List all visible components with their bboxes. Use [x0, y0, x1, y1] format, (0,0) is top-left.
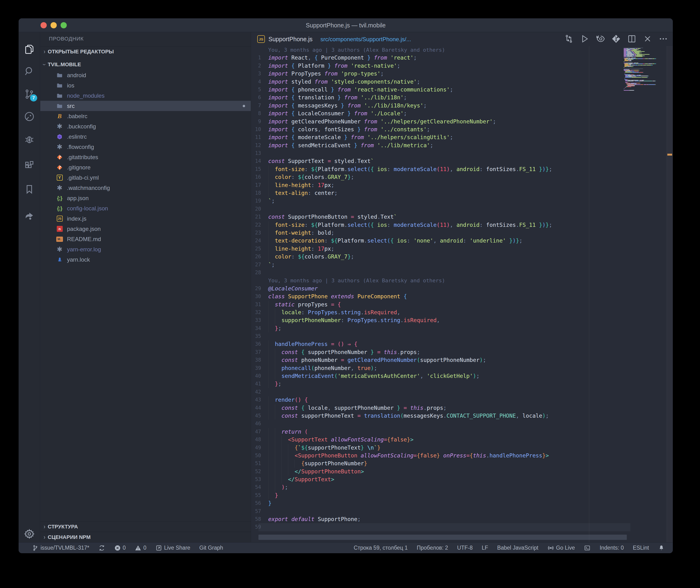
file-item-.gitignore[interactable]: .gitignore [40, 162, 251, 172]
section-npm-scripts[interactable]: › СЦЕНАРИИ NPM [40, 532, 251, 542]
code-line-33[interactable]: 33 supportPhoneNumber: PropTypes.string.… [251, 316, 673, 324]
source-control-icon[interactable]: 7 [19, 86, 40, 102]
code-line-47[interactable]: 47 return ( [251, 428, 673, 436]
code-line-12[interactable]: 12import { sendMetricaEvent } from '../l… [251, 142, 673, 149]
code-line-1[interactable]: 1import React, { PureComponent } from 'r… [251, 54, 673, 62]
code-line-8[interactable]: 8import { LocaleConsumer } from './Local… [251, 110, 673, 117]
file-item-.buckconfig[interactable]: ✱.buckconfig [40, 121, 251, 132]
code-line-50[interactable]: 50 <SupportPhoneButton allowFontScaling=… [251, 452, 673, 460]
bookmark-icon[interactable] [19, 181, 40, 198]
file-item-.gitlab-ci.yml[interactable]: Y.gitlab-ci.yml [40, 172, 251, 183]
file-item-.flowconfig[interactable]: ✱.flowconfig [40, 142, 251, 152]
code-line-24[interactable]: 24 text-decoration: ${Platform.select({ … [251, 237, 673, 245]
search-icon[interactable] [19, 63, 40, 80]
file-item-yarn.lock[interactable]: yarn.lock [40, 254, 251, 265]
code-line-9[interactable]: 9import getClearedPhoneNumber from '../h… [251, 118, 673, 126]
horizontal-scrollbar[interactable] [258, 535, 627, 540]
vertical-scrollbar[interactable] [667, 46, 673, 542]
file-item-index.js[interactable]: JSindex.js [40, 213, 251, 224]
code-line-16[interactable]: 16 color: ${colors.GRAY_7}; [251, 173, 673, 181]
blame-annotation-row[interactable]: You, 3 months ago | 3 authors (Alex Bare… [251, 46, 673, 54]
code-line-19[interactable]: 19`; [251, 197, 673, 205]
code-line-55[interactable]: 55 } [251, 492, 673, 499]
status-right-indents-0[interactable]: Indents: 0 [600, 545, 624, 551]
breadcrumb[interactable]: src/components/SupportPhone.js/... [320, 32, 411, 46]
code-line-58[interactable]: 58export default SupportPhone; [251, 515, 673, 523]
section-outline[interactable]: › СТРУКТУРА [40, 521, 251, 532]
code-line-34[interactable]: 34 }; [251, 324, 673, 332]
file-item-ios[interactable]: ios [40, 80, 251, 91]
code-line-27[interactable]: 27`; [251, 261, 673, 269]
tab-filename[interactable]: SupportPhone.js [268, 32, 312, 46]
code-line-5[interactable]: 5import { phonecall } from 'react-native… [251, 86, 673, 94]
extensions-icon[interactable] [19, 157, 40, 174]
file-item-.watchmanconfig[interactable]: ✱.watchmanconfig [40, 183, 251, 193]
code-line-14[interactable]: 14const SupportText = styled.Text` [251, 157, 673, 165]
code-line-38[interactable]: 38 const phoneNumber = getClearedPhoneNu… [251, 356, 673, 364]
compare-changes-icon[interactable] [564, 34, 574, 45]
open-changes-icon[interactable] [596, 34, 605, 45]
run-icon[interactable] [580, 34, 589, 45]
file-item-package.json[interactable]: npackage.json [40, 224, 251, 234]
code-line-6[interactable]: 6import { translation } from '../lib/i18… [251, 94, 673, 101]
code-line-40[interactable]: 40 sendMetricaEvent('metricaEventsAuthCe… [251, 372, 673, 380]
file-item-src[interactable]: src [40, 101, 251, 111]
status-left-0[interactable]: 0 [114, 545, 126, 551]
code-line-22[interactable]: 22 font-size: ${Platform.select({ ios: m… [251, 221, 673, 229]
file-item-yarn-error.log[interactable]: ✱yarn-error.log [40, 244, 251, 254]
code-line-18[interactable]: 18 text-align: center; [251, 189, 673, 197]
code-line-56[interactable]: 56} [251, 499, 673, 507]
code-line-45[interactable]: 45 const supportPhoneText = translation(… [251, 412, 673, 420]
code-line-11[interactable]: 11import { moderateScale } from '../help… [251, 133, 673, 141]
code-line-44[interactable]: 44 const { locale, supportPhoneNumber } … [251, 404, 673, 412]
compass-icon[interactable] [19, 108, 40, 125]
code-line-36[interactable]: 36 handlePhonePress = () ⇒ { [251, 340, 673, 348]
code-line-42[interactable]: 42 [251, 388, 673, 396]
code-line-10[interactable]: 10import { colors, fontSizes } from '../… [251, 126, 673, 133]
status-left-issue-tvlmbl-317-[interactable]: issue/TVLMBL-317* [32, 545, 89, 551]
status-right-babel-javascript[interactable]: Babel JavaScript [497, 545, 538, 551]
code-line-52[interactable]: 52 </SupportPhoneButton> [251, 468, 673, 476]
file-item-.eslintrc[interactable]: .eslintrc [40, 132, 251, 142]
blame-annotation-row[interactable]: You, 3 months ago | 3 authors (Alex Bare… [251, 277, 673, 284]
code-line-53[interactable]: 53 </SupportText> [251, 476, 673, 483]
status-right-строка-59-столбец-1[interactable]: Строка 59, столбец 1 [354, 545, 408, 551]
file-item-.babelrc[interactable]: B.babelrc [40, 111, 251, 121]
code-line-20[interactable]: 20 [251, 205, 673, 213]
file-item-android[interactable]: android [40, 70, 251, 80]
section-open-editors[interactable]: › ОТКРЫТЫЕ РЕДАКТОРЫ [40, 46, 251, 57]
code-line-41[interactable]: 41 }; [251, 380, 673, 388]
code-line-15[interactable]: 15 font-size: ${Platform.select({ ios: m… [251, 165, 673, 173]
file-item-app.json[interactable]: {;}app.json [40, 193, 251, 203]
code-line-43[interactable]: 43 render() { [251, 396, 673, 404]
code-line-31[interactable]: 31 static propTypes = { [251, 301, 673, 309]
more-actions-icon[interactable] [659, 34, 668, 45]
code-line-23[interactable]: 23 font-weight: bold; [251, 229, 673, 237]
code-line-25[interactable]: 25 line-height: 17px; [251, 245, 673, 253]
code-line-54[interactable]: 54 ); [251, 483, 673, 491]
file-item-config-local.json[interactable]: {;}config-local.json [40, 203, 251, 213]
status-left-git-graph[interactable]: Git Graph [199, 545, 223, 551]
split-editor-icon[interactable] [627, 34, 637, 45]
code-line-2[interactable]: 2import { Platform } from 'react-native'… [251, 62, 673, 70]
code-line-21[interactable]: 21const SupportPhoneButton = styled.Text… [251, 213, 673, 221]
status-right-bell[interactable] [658, 545, 665, 551]
code-line-28[interactable]: 28 [251, 269, 673, 277]
status-right-пробелов-2[interactable]: Пробелов: 2 [417, 545, 448, 551]
status-right-lf[interactable]: LF [482, 545, 488, 551]
code-line-3[interactable]: 3import PropTypes from 'prop-types'; [251, 70, 673, 78]
code-line-26[interactable]: 26 color: ${colors.GRAY_7}; [251, 253, 673, 261]
code-line-29[interactable]: 29@LocaleConsumer [251, 285, 673, 293]
file-item-README.md[interactable]: M↓README.md [40, 234, 251, 244]
status-right-terminal[interactable] [584, 545, 591, 551]
status-left-sync[interactable] [98, 545, 105, 551]
code-line-39[interactable]: 39 phonecall(phoneNumber, true); [251, 364, 673, 372]
status-right-eslint[interactable]: ESLint [633, 545, 649, 551]
code-line-51[interactable]: 51 {supportPhoneNumber} [251, 460, 673, 467]
code-line-49[interactable]: 49 {`${supportPhoneText} \n`} [251, 444, 673, 452]
section-root-folder[interactable]: › TVIL.MOBILE [40, 59, 251, 70]
status-left-0[interactable]: 0 [135, 545, 146, 551]
close-icon[interactable] [643, 34, 652, 45]
code-line-32[interactable]: 32 locale: PropTypes.string.isRequired, [251, 309, 673, 316]
settings-gear-icon[interactable] [19, 528, 40, 540]
